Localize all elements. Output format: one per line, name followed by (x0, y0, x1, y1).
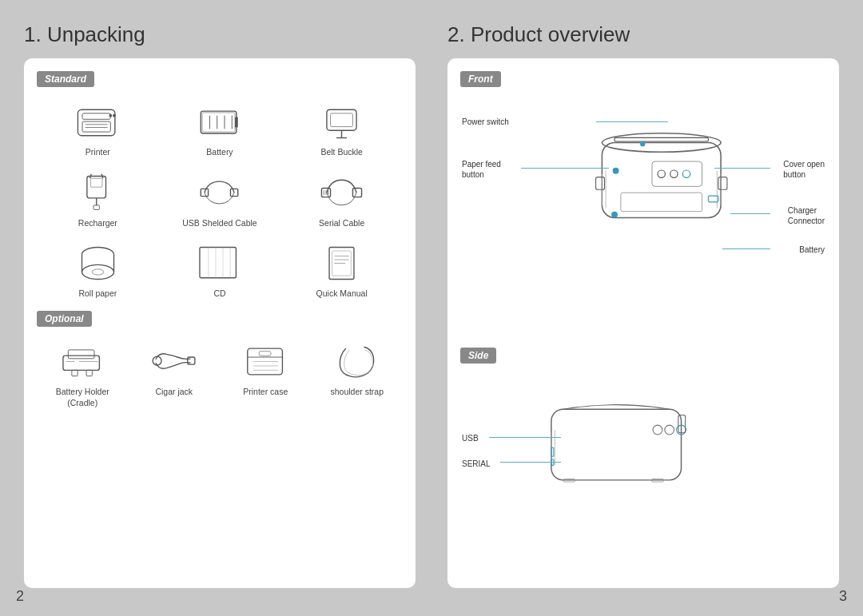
svg-rect-14 (327, 109, 356, 130)
svg-rect-8 (203, 112, 236, 131)
optional-items-grid: Battery Holder(Cradle) Cigar j (37, 335, 403, 413)
serial-cable-icon (314, 171, 370, 215)
svg-point-66 (670, 170, 678, 177)
roll-paper-icon (70, 241, 125, 285)
battery-icon (192, 100, 248, 144)
page-layout: 1. Unpacking Standard (0, 0, 863, 616)
belt-buckle-label: Belt Buckle (320, 147, 363, 158)
battery-front-label: Battery (799, 245, 825, 254)
unpacking-box: Standard (24, 58, 416, 588)
list-item: Printer case (220, 335, 312, 413)
svg-point-78 (613, 168, 619, 174)
list-item: Battery (159, 95, 281, 163)
svg-point-77 (640, 141, 645, 146)
standard-badge: Standard (37, 71, 94, 87)
list-item: USB Shelded Cable (159, 166, 281, 234)
svg-rect-2 (82, 121, 110, 132)
list-item: Recharger (37, 166, 159, 234)
cd-label: CD (213, 288, 225, 300)
svg-rect-74 (718, 177, 727, 190)
left-title: 1. Unpacking (24, 22, 416, 47)
list-item: shoulder strap (312, 335, 404, 413)
belt-buckle-icon (314, 100, 370, 144)
list-item: Serial Cable (280, 166, 403, 234)
svg-rect-19 (90, 178, 102, 187)
recharger-label: Recharger (78, 218, 117, 229)
left-page-number: 2 (16, 588, 24, 605)
optional-section: Optional (37, 311, 403, 413)
serial-cable-label: Serial Cable (319, 218, 364, 229)
left-page: 1. Unpacking Standard (0, 0, 432, 616)
front-diagram: Power switch Paper feedbutton Cover open… (460, 95, 826, 335)
product-overview-box: Front (447, 58, 839, 588)
svg-rect-61 (602, 143, 721, 218)
quick-manual-label: Quick Manual (316, 288, 368, 300)
right-page: 2. Product overview Front (432, 0, 863, 616)
standard-items-grid: Printer B (37, 95, 403, 304)
cover-open-label: Cover openbutton (783, 159, 825, 180)
svg-line-21 (89, 174, 91, 178)
battery-holder-icon (54, 340, 110, 384)
svg-line-22 (101, 174, 103, 178)
svg-rect-23 (93, 205, 99, 209)
battery-holder-label: Battery Holder(Cradle) (56, 387, 109, 408)
serial-line (500, 462, 561, 463)
battery-line (722, 248, 770, 249)
svg-rect-63 (614, 137, 708, 141)
shoulder-strap-icon (329, 340, 385, 384)
usb-cable-icon (192, 171, 248, 215)
optional-badge: Optional (37, 311, 92, 327)
charger-connector-label: ChargerConnector (788, 205, 825, 226)
list-item: Battery Holder(Cradle) (37, 335, 129, 413)
svg-point-6 (113, 113, 116, 117)
svg-point-65 (658, 170, 665, 177)
cigar-jack-icon (146, 340, 202, 384)
list-item: CD (159, 236, 281, 304)
usb-label: USB (462, 434, 479, 443)
shoulder-strap-label: shoulder strap (330, 387, 384, 398)
svg-rect-1 (82, 113, 110, 118)
svg-point-83 (665, 425, 674, 435)
list-item: Quick Manual (280, 236, 403, 304)
list-item: Roll paper (37, 236, 159, 304)
paper-feed-line (521, 168, 609, 169)
svg-rect-15 (331, 113, 353, 126)
side-diagram: USB SERIAL (460, 372, 826, 579)
power-switch-label: Power switch (462, 117, 509, 126)
cd-icon (192, 241, 248, 285)
printer-label: Printer (86, 147, 110, 158)
usb-line (489, 437, 561, 438)
svg-point-82 (653, 425, 662, 435)
svg-rect-49 (72, 371, 78, 376)
list-item: Belt Buckle (280, 95, 403, 163)
svg-rect-37 (200, 247, 236, 277)
svg-rect-72 (621, 193, 702, 211)
paper-feed-label: Paper feedbutton (462, 159, 501, 180)
roll-paper-label: Roll paper (78, 288, 117, 300)
svg-rect-48 (68, 350, 94, 359)
svg-rect-27 (353, 189, 362, 197)
svg-point-76 (611, 212, 618, 218)
svg-rect-50 (86, 371, 92, 376)
svg-rect-7 (201, 111, 237, 133)
power-switch-line (596, 121, 668, 122)
right-page-number: 3 (839, 588, 847, 605)
front-badge: Front (460, 71, 501, 87)
printer-case-label: Printer case (243, 387, 288, 398)
right-title: 2. Product overview (447, 22, 839, 47)
svg-point-67 (682, 170, 690, 177)
svg-rect-54 (188, 357, 195, 364)
printer-case-icon (237, 340, 293, 384)
svg-point-5 (109, 113, 112, 117)
list-item: Printer (37, 95, 159, 163)
side-section: Side (460, 348, 826, 579)
svg-rect-57 (259, 352, 271, 356)
charger-line (730, 213, 770, 214)
svg-rect-79 (551, 409, 682, 480)
cigar-jack-label: Cigar jack (155, 387, 193, 398)
cover-open-line (714, 168, 770, 169)
printer-icon (70, 100, 125, 144)
svg-rect-64 (652, 161, 702, 186)
quick-manual-icon (314, 241, 370, 285)
svg-rect-73 (596, 177, 605, 190)
